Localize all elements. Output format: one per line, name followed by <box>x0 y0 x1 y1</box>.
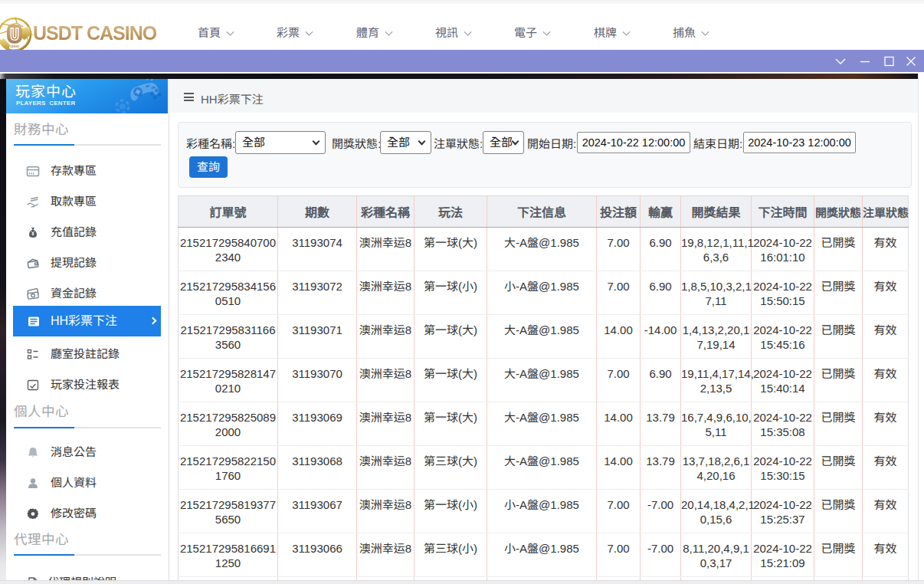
svg-text:CASINO: CASINO <box>10 45 20 48</box>
